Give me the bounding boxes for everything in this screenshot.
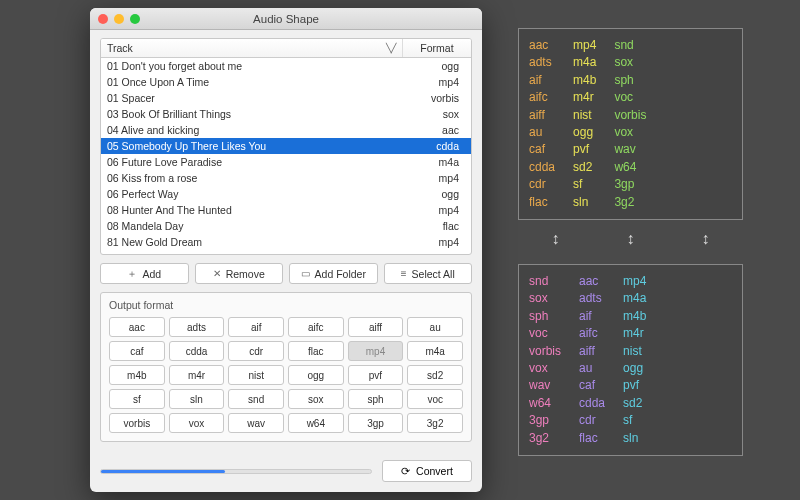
col-format[interactable]: Format [403,39,471,57]
track-format: cdda [403,138,471,154]
table-row[interactable]: 01 Lola's Thememp4 [101,250,471,254]
legend-item: mp4 [573,37,596,54]
track-format: ogg [403,186,471,202]
legend-item: cdr [579,412,605,429]
format-w64[interactable]: w64 [288,413,344,433]
format-sf[interactable]: sf [109,389,165,409]
format-m4a[interactable]: m4a [407,341,463,361]
table-row[interactable]: 01 Don't you forget about meogg [101,58,471,74]
legend-item: aifc [579,325,605,342]
legend-item: pvf [623,377,646,394]
legend-item: caf [529,141,555,158]
table-row[interactable]: 03 Book Of Brilliant Thingssox [101,106,471,122]
format-mp4[interactable]: mp4 [348,341,404,361]
track-name: 01 Don't you forget about me [101,58,403,74]
plus-icon: ＋ [127,267,137,281]
format-snd[interactable]: snd [228,389,284,409]
legend-item: aiff [579,343,605,360]
format-sph[interactable]: sph [348,389,404,409]
table-row[interactable]: 08 Hunter And The Huntedmp4 [101,202,471,218]
app-window: Audio Shape Track╲╱ Format 01 Don't you … [90,8,482,492]
table-header: Track╲╱ Format [101,39,471,58]
format-pvf[interactable]: pvf [348,365,404,385]
progress-bar [100,469,372,474]
format-vox[interactable]: vox [169,413,225,433]
legend-item: vox [529,360,561,377]
format-aif[interactable]: aif [228,317,284,337]
format-aiff[interactable]: aiff [348,317,404,337]
legend-item: au [529,124,555,141]
action-row: ＋Add ✕Remove ▭Add Folder ≡Select All [100,263,472,284]
track-name: 05 Somebody Up There Likes You [101,138,403,154]
format-cdda[interactable]: cdda [169,341,225,361]
col-track[interactable]: Track╲╱ [101,39,403,57]
add-folder-button[interactable]: ▭Add Folder [289,263,378,284]
format-aifc[interactable]: aifc [288,317,344,337]
table-row[interactable]: 81 New Gold Dreammp4 [101,234,471,250]
format-sd2[interactable]: sd2 [407,365,463,385]
legend-item: sox [614,54,646,71]
format-sox[interactable]: sox [288,389,344,409]
legend-item: pvf [573,141,596,158]
legend-item: sf [573,176,596,193]
format-voc[interactable]: voc [407,389,463,409]
table-row[interactable]: 01 Spacervorbis [101,90,471,106]
track-format: m4a [403,154,471,170]
arrow-icon: ↕ [627,230,635,248]
select-all-button[interactable]: ≡Select All [384,263,473,284]
track-format: mp4 [403,234,471,250]
track-name: 01 Once Upon A Time [101,74,403,90]
format-cdr[interactable]: cdr [228,341,284,361]
track-name: 81 New Gold Dream [101,234,403,250]
format-m4r[interactable]: m4r [169,365,225,385]
format-3gp[interactable]: 3gp [348,413,404,433]
table-row[interactable]: 01 Once Upon A Timemp4 [101,74,471,90]
legend-item: flac [529,194,555,211]
format-nist[interactable]: nist [228,365,284,385]
track-name: 08 Hunter And The Hunted [101,202,403,218]
format-m4b[interactable]: m4b [109,365,165,385]
table-row[interactable]: 06 Kiss from a rosemp4 [101,170,471,186]
x-icon: ✕ [213,268,221,279]
format-adts[interactable]: adts [169,317,225,337]
window-title: Audio Shape [90,13,482,25]
table-row[interactable]: 06 Future Love Paradisem4a [101,154,471,170]
legend-item: sln [623,430,646,447]
legend-item: sln [573,194,596,211]
track-format: aac [403,122,471,138]
arrow-icon: ↕ [552,230,560,248]
track-name: 06 Kiss from a rose [101,170,403,186]
track-table: Track╲╱ Format 01 Don't you forget about… [100,38,472,255]
legend-item: aifc [529,89,555,106]
format-3g2[interactable]: 3g2 [407,413,463,433]
footer: ⟳Convert [100,460,472,482]
legend-item: voc [529,325,561,342]
table-row[interactable]: 08 Mandela Dayflac [101,218,471,234]
format-sln[interactable]: sln [169,389,225,409]
legend-item: nist [573,107,596,124]
remove-button[interactable]: ✕Remove [195,263,284,284]
track-format: mp4 [403,74,471,90]
format-wav[interactable]: wav [228,413,284,433]
legend-item: vorbis [529,343,561,360]
add-button[interactable]: ＋Add [100,263,189,284]
format-ogg[interactable]: ogg [288,365,344,385]
legend-item: sd2 [623,395,646,412]
table-row[interactable]: 04 Alive and kickingaac [101,122,471,138]
format-au[interactable]: au [407,317,463,337]
table-row[interactable]: 05 Somebody Up There Likes Youcdda [101,138,471,154]
convert-button[interactable]: ⟳Convert [382,460,472,482]
format-flac[interactable]: flac [288,341,344,361]
format-caf[interactable]: caf [109,341,165,361]
arrow-icon: ↕ [702,230,710,248]
format-vorbis[interactable]: vorbis [109,413,165,433]
legend-item: 3gp [529,412,561,429]
table-row[interactable]: 06 Perfect Wayogg [101,186,471,202]
table-body[interactable]: 01 Don't you forget about meogg01 Once U… [101,58,471,254]
legend-item: cdr [529,176,555,193]
legend-item: ogg [623,360,646,377]
format-aac[interactable]: aac [109,317,165,337]
format-legend-top: aacadtsaifaifcaiffaucafcddacdrflacmp4m4a… [518,28,743,220]
track-format: ogg [403,58,471,74]
legend-item: aac [579,273,605,290]
